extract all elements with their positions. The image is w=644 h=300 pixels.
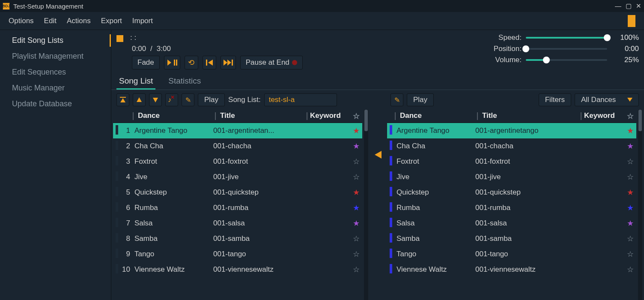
volume-slider[interactable] <box>526 59 607 61</box>
sidebar-item-edit-song-lists[interactable]: Edit Song Lists <box>0 33 111 48</box>
star-icon[interactable]: ★ <box>350 141 362 151</box>
row-dance: Tango <box>395 250 474 258</box>
prev-track-icon[interactable] <box>203 56 216 69</box>
sidebar-item-music-manager[interactable]: Music Manager <box>0 80 111 96</box>
col-title-header[interactable]: Title <box>218 111 307 121</box>
star-icon[interactable]: ★ <box>624 188 636 197</box>
star-icon[interactable]: ★ <box>624 141 636 151</box>
tab-statistics[interactable]: Statistics <box>166 74 203 90</box>
position-label: Position: <box>487 45 522 53</box>
row-title: 001-tango <box>474 250 584 258</box>
sidebar-item-edit-sequences[interactable]: Edit Sequences <box>0 64 111 80</box>
col-keyword-header[interactable]: Keyword <box>310 111 350 121</box>
col-star-header-r[interactable]: ☆ <box>624 111 636 121</box>
row-title: 001-chacha <box>212 142 310 150</box>
col-title-header-r[interactable]: Title <box>480 111 581 121</box>
col-keyword-header-r[interactable]: Keyword <box>584 111 624 121</box>
filters-button[interactable]: Filters <box>539 93 571 106</box>
speed-slider[interactable] <box>526 37 607 39</box>
position-slider[interactable] <box>526 48 607 50</box>
table-header-right: Dance Title Keyword ☆ <box>387 110 636 123</box>
next-track-icon[interactable] <box>221 56 236 69</box>
star-icon[interactable]: ☆ <box>624 157 636 166</box>
star-icon[interactable]: ☆ <box>350 172 362 182</box>
menu-export[interactable]: Export <box>101 17 122 25</box>
remove-song-icon[interactable]: ♪✕ <box>165 93 178 106</box>
star-icon[interactable]: ☆ <box>624 172 636 182</box>
table-row[interactable]: 10Viennese Waltz001-viennesewaltz☆ <box>113 262 362 277</box>
table-row[interactable]: Argentine Tango001-argentinetango★ <box>387 123 636 138</box>
star-icon[interactable]: ☆ <box>350 234 362 243</box>
table-row[interactable]: 4Jive001-jive☆ <box>113 169 362 185</box>
table-row[interactable]: 1Argentine Tango001-argentinetan...★ <box>113 123 362 138</box>
star-icon[interactable]: ☆ <box>624 265 636 274</box>
maximize-icon[interactable]: ▢ <box>626 2 632 10</box>
row-dance: Foxtrot <box>133 157 212 166</box>
move-up-icon[interactable] <box>133 93 146 106</box>
star-icon[interactable]: ☆ <box>350 157 362 166</box>
star-icon[interactable]: ★ <box>350 188 362 197</box>
table-row[interactable]: 3Foxtrot001-foxtrot☆ <box>113 154 362 169</box>
star-icon[interactable]: ★ <box>350 203 362 213</box>
table-row[interactable]: 8Samba001-samba☆ <box>113 231 362 246</box>
scrollbar[interactable] <box>364 110 368 300</box>
edit-icon[interactable]: ✎ <box>182 93 194 106</box>
star-icon[interactable]: ★ <box>350 219 362 228</box>
star-icon[interactable]: ☆ <box>624 234 636 243</box>
play-left-button[interactable]: Play <box>198 93 225 106</box>
col-dance-header[interactable]: Dance <box>136 111 215 121</box>
row-title: 001-tango <box>212 250 310 258</box>
table-row[interactable]: 7Salsa001-salsa★ <box>113 216 362 231</box>
tab-song-list[interactable]: Song List <box>116 74 155 90</box>
repeat-icon[interactable]: ⟲ <box>185 56 198 69</box>
move-down-icon[interactable] <box>149 93 162 106</box>
table-row[interactable]: Salsa001-salsa★ <box>387 216 636 231</box>
menu-edit[interactable]: Edit <box>44 17 57 25</box>
songlist-dropdown[interactable]: test-sl-a <box>264 93 337 106</box>
star-icon[interactable]: ★ <box>624 219 636 228</box>
table-row[interactable]: 2Cha Cha001-chacha★ <box>113 138 362 154</box>
table-row[interactable]: Quickstep001-quickstep★ <box>387 185 636 200</box>
star-icon[interactable]: ☆ <box>624 249 636 259</box>
col-dance-header-r[interactable]: Dance <box>398 111 477 121</box>
table-row[interactable]: Rumba001-rumba★ <box>387 200 636 216</box>
menu-options[interactable]: Options <box>9 17 34 25</box>
row-title: 001-jive <box>474 173 584 181</box>
edit-right-icon[interactable]: ✎ <box>391 93 403 106</box>
scrollbar-right[interactable] <box>638 110 642 300</box>
table-row[interactable]: 5Quickstep001-quickstep★ <box>113 185 362 200</box>
fade-button[interactable]: Fade <box>132 56 160 69</box>
sidebar-item-playlist-management[interactable]: Playlist Management <box>0 48 111 64</box>
star-icon[interactable]: ★ <box>624 126 636 135</box>
pause-at-end-button[interactable]: Pause at End <box>240 56 303 69</box>
table-row[interactable]: 9Tango001-tango☆ <box>113 246 362 262</box>
sidebar-item-update-database[interactable]: Update Database <box>0 96 111 112</box>
table-row[interactable]: Viennese Waltz001-viennesewaltz☆ <box>387 262 636 277</box>
star-icon[interactable]: ★ <box>350 126 362 135</box>
close-icon[interactable]: ✕ <box>636 2 641 10</box>
minimize-icon[interactable]: — <box>615 2 621 10</box>
table-row[interactable]: Jive001-jive☆ <box>387 169 636 185</box>
row-marker <box>387 125 395 137</box>
row-marker <box>113 156 121 168</box>
star-icon[interactable]: ☆ <box>350 265 362 274</box>
menu-actions[interactable]: Actions <box>67 17 91 25</box>
dance-filter-dropdown[interactable]: All Dances <box>575 93 639 106</box>
table-row[interactable]: Foxtrot001-foxtrot☆ <box>387 154 636 169</box>
row-title: 001-foxtrot <box>474 157 584 166</box>
star-icon[interactable]: ★ <box>624 203 636 213</box>
move-to-songlist-icon[interactable] <box>373 150 382 162</box>
row-dance: Tango <box>133 250 212 258</box>
stop-icon[interactable] <box>116 35 123 42</box>
table-row[interactable]: Tango001-tango☆ <box>387 246 636 262</box>
play-right-button[interactable]: Play <box>407 93 434 106</box>
col-star-header[interactable]: ☆ <box>350 111 362 121</box>
table-row[interactable]: 6Rumba001-rumba★ <box>113 200 362 216</box>
menu-import[interactable]: Import <box>132 17 153 25</box>
star-icon[interactable]: ☆ <box>350 249 362 259</box>
table-row[interactable]: Samba001-samba☆ <box>387 231 636 246</box>
row-title: 001-rumba <box>474 204 584 212</box>
table-row[interactable]: Cha Cha001-chacha★ <box>387 138 636 154</box>
move-top-icon[interactable] <box>116 93 129 106</box>
play-pause-icon[interactable] <box>164 56 180 69</box>
